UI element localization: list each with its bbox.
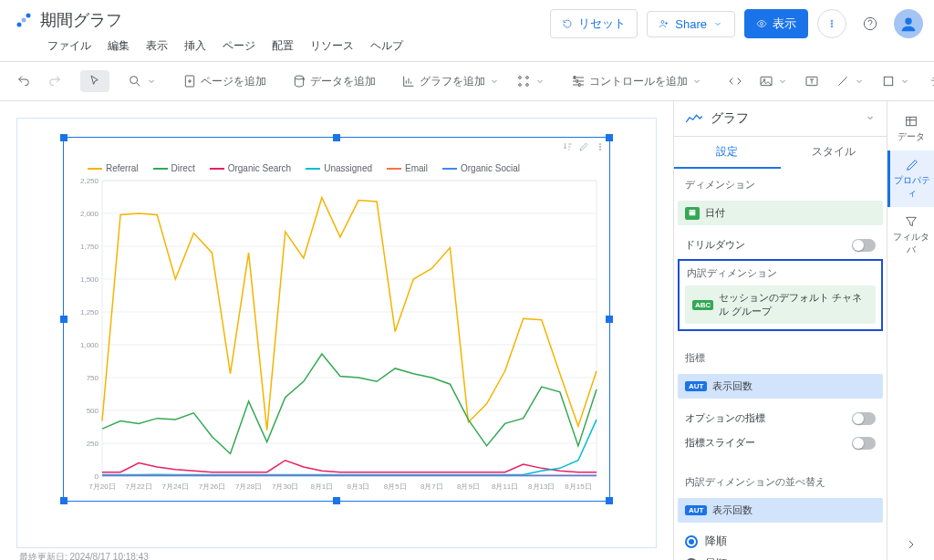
svg-point-13 xyxy=(519,77,522,79)
svg-text:8月9日: 8月9日 xyxy=(457,482,480,491)
svg-text:0: 0 xyxy=(95,472,99,481)
looker-studio-logo xyxy=(15,11,33,29)
svg-text:7月30日: 7月30日 xyxy=(272,482,298,491)
chevron-down-icon[interactable] xyxy=(865,112,876,126)
add-chart-button[interactable]: グラフを追加 xyxy=(394,70,507,93)
text-button[interactable] xyxy=(797,70,826,92)
add-data-button[interactable]: データを追加 xyxy=(285,70,383,93)
help-button[interactable] xyxy=(856,9,885,38)
svg-point-14 xyxy=(526,77,529,79)
svg-text:2,250: 2,250 xyxy=(80,177,99,185)
svg-rect-29 xyxy=(102,181,597,476)
chevron-down-icon xyxy=(691,76,702,87)
share-label: Share xyxy=(675,17,707,31)
drilldown-label: ドリルダウン xyxy=(685,238,745,252)
sort-asc-radio[interactable]: 昇順 xyxy=(674,553,887,560)
svg-point-12 xyxy=(295,76,303,79)
add-control-button[interactable]: コントロールを追加 xyxy=(564,70,710,93)
chevron-down-icon xyxy=(146,76,157,87)
share-button[interactable]: Share xyxy=(647,11,735,37)
svg-point-9 xyxy=(905,18,911,25)
view-button[interactable]: 表示 xyxy=(744,9,808,38)
select-tool[interactable] xyxy=(80,70,109,92)
rail-data[interactable]: データ xyxy=(887,107,934,150)
rail-filter[interactable]: フィルタバ xyxy=(887,207,934,264)
zoom-tool[interactable] xyxy=(120,70,164,92)
svg-point-16 xyxy=(526,84,529,87)
svg-point-28 xyxy=(599,149,601,150)
last-updated-text: 最終更新日: 2024/8/17 10:18:43 xyxy=(19,551,149,560)
breakdown-highlight: 内訳ディメンション ABC セッションのデフォルト チャネル グループ xyxy=(678,259,883,331)
add-page-button[interactable]: ページを追加 xyxy=(175,70,274,93)
selected-chart[interactable]: ReferralDirectOrganic SearchUnassignedEm… xyxy=(63,137,610,502)
shape-button[interactable] xyxy=(874,70,918,92)
account-avatar[interactable] xyxy=(894,9,923,38)
menu-insert[interactable]: 挿入 xyxy=(177,36,213,56)
svg-text:8月15日: 8月15日 xyxy=(565,482,591,491)
svg-point-15 xyxy=(519,84,522,87)
section-sort-label: 内訳ディメンションの並べ替え xyxy=(674,466,887,498)
menu-edit[interactable]: 編集 xyxy=(100,36,137,56)
menu-help[interactable]: ヘルプ xyxy=(363,36,410,56)
metric-slider-toggle[interactable] xyxy=(852,437,876,450)
sort-desc-radio[interactable]: 降順 xyxy=(674,530,887,553)
view-label: 表示 xyxy=(773,16,796,32)
optional-metric-toggle[interactable] xyxy=(852,412,876,425)
breakdown-chip[interactable]: ABC セッションのデフォルト チャネル グループ xyxy=(685,285,876,324)
optional-metric-label: オプションの指標 xyxy=(685,411,765,425)
document-title[interactable]: 期間グラフ xyxy=(40,9,122,31)
dimension-chip-date[interactable]: 日付 xyxy=(678,201,883,225)
svg-rect-19 xyxy=(579,84,580,87)
svg-text:8月7日: 8月7日 xyxy=(420,482,443,491)
sort-descending-icon[interactable] xyxy=(562,141,573,155)
image-button[interactable] xyxy=(752,70,795,92)
edit-pencil-icon[interactable] xyxy=(578,141,589,155)
chevron-down-icon xyxy=(712,18,723,29)
menu-view[interactable]: 表示 xyxy=(139,36,175,56)
collapse-rail-button[interactable] xyxy=(904,537,918,554)
svg-point-3 xyxy=(661,21,664,24)
community-viz-button[interactable] xyxy=(509,70,553,92)
svg-point-7 xyxy=(831,26,833,27)
report-canvas[interactable]: ReferralDirectOrganic SearchUnassignedEm… xyxy=(0,101,673,560)
svg-text:7月22日: 7月22日 xyxy=(125,482,151,491)
svg-point-1 xyxy=(22,18,26,23)
svg-text:7月24日: 7月24日 xyxy=(162,482,189,491)
svg-text:1,000: 1,000 xyxy=(80,341,99,349)
chevron-down-icon xyxy=(489,76,500,87)
chart-legend: ReferralDirectOrganic SearchUnassignedEm… xyxy=(71,163,602,177)
chart-more-icon[interactable] xyxy=(595,141,606,155)
sort-metric-chip[interactable]: AUT 表示回数 xyxy=(678,498,883,523)
menu-file[interactable]: ファイル xyxy=(40,36,99,56)
tab-setup[interactable]: 設定 xyxy=(674,137,781,169)
right-rail: データ プロパティ フィルタバ xyxy=(887,101,934,560)
redo-button[interactable] xyxy=(40,70,69,92)
menu-page[interactable]: ページ xyxy=(215,36,263,56)
rail-properties[interactable]: プロパティ xyxy=(887,150,934,207)
line-button[interactable] xyxy=(828,70,872,92)
menu-arrange[interactable]: 配置 xyxy=(265,36,301,56)
section-breakdown-label: 内訳ディメンション xyxy=(685,264,876,285)
svg-point-27 xyxy=(599,146,601,148)
drilldown-toggle[interactable] xyxy=(852,239,876,252)
reset-button[interactable]: リセット xyxy=(550,9,638,38)
svg-rect-65 xyxy=(906,117,916,125)
svg-text:2,000: 2,000 xyxy=(80,210,99,218)
svg-text:7月20日: 7月20日 xyxy=(88,482,115,491)
metric-chip[interactable]: AUT 表示回数 xyxy=(678,374,883,399)
toolbar: ページを追加 データを追加 グラフを追加 コントロールを追加 更新を一時停止 xyxy=(0,61,934,101)
svg-point-2 xyxy=(26,14,31,18)
svg-point-26 xyxy=(599,143,601,145)
tab-style[interactable]: スタイル xyxy=(781,137,887,169)
svg-rect-23 xyxy=(884,77,892,85)
svg-text:8月13日: 8月13日 xyxy=(528,482,555,491)
menu-resource[interactable]: リソース xyxy=(303,36,361,56)
more-button[interactable] xyxy=(817,9,846,38)
svg-rect-17 xyxy=(574,77,575,79)
svg-point-5 xyxy=(831,20,833,22)
undo-button[interactable] xyxy=(9,70,38,92)
svg-rect-18 xyxy=(576,80,577,83)
theme-layout-input[interactable] xyxy=(930,75,934,88)
svg-text:8月3日: 8月3日 xyxy=(348,482,370,491)
embed-button[interactable] xyxy=(721,70,750,92)
